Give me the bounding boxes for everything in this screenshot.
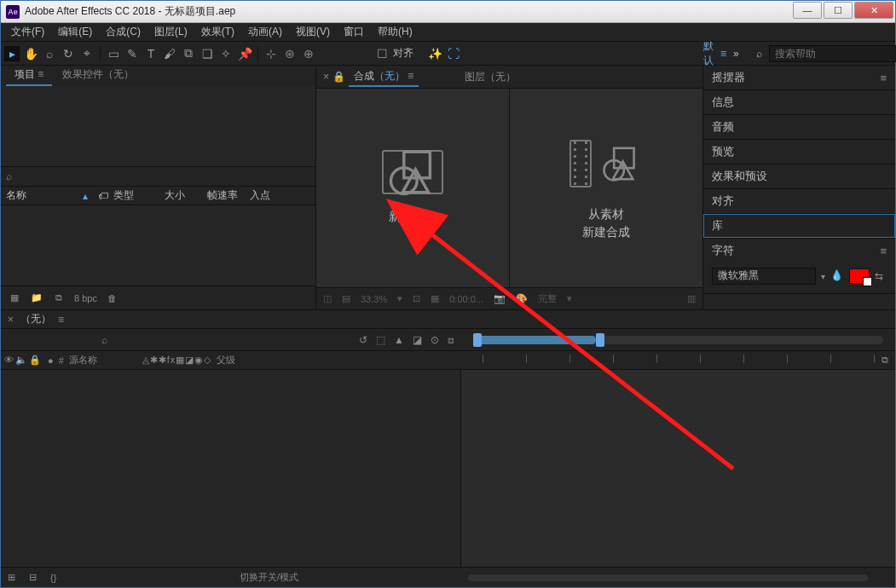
- roto-tool-icon[interactable]: ✧: [218, 46, 234, 61]
- project-search[interactable]: ⌕: [1, 166, 315, 187]
- swap-colors-icon[interactable]: ⇆: [875, 270, 887, 282]
- resolution[interactable]: 完整: [538, 292, 557, 305]
- tl-tool-6-icon[interactable]: ⧈: [448, 334, 454, 346]
- maximize-button[interactable]: ☐: [824, 2, 853, 19]
- menu-layer[interactable]: 图层(L): [147, 25, 194, 39]
- col-fps[interactable]: 帧速率: [202, 188, 245, 203]
- menu-view[interactable]: 视图(V): [289, 25, 337, 39]
- menu-comp[interactable]: 合成(C): [99, 25, 147, 39]
- world-axis-icon[interactable]: ⊛: [282, 46, 298, 61]
- interpret-footage-icon[interactable]: ▦: [8, 292, 21, 304]
- av-features-icons[interactable]: 👁🔈🔒: [4, 355, 43, 366]
- tab-project[interactable]: 项目 ≡: [6, 65, 52, 86]
- hand-tool-icon[interactable]: ✋: [23, 46, 38, 61]
- panel-effects-presets[interactable]: 效果和预设: [703, 164, 895, 188]
- toggle-transparency-icon[interactable]: ◫: [323, 293, 332, 304]
- panel-wiggler[interactable]: 摇摆器≡: [703, 66, 895, 89]
- col-size[interactable]: 大小: [159, 188, 202, 203]
- lock-icon[interactable]: 🔒: [332, 71, 345, 83]
- snap-checkbox[interactable]: ☐: [374, 46, 390, 61]
- panel-preview[interactable]: 预览: [703, 140, 895, 164]
- timeline-close-icon[interactable]: ×: [8, 314, 14, 326]
- eraser-tool-icon[interactable]: ❏: [199, 46, 215, 61]
- workspace-menu-icon[interactable]: ≡: [720, 48, 726, 60]
- project-list[interactable]: [1, 205, 315, 285]
- bpc-label[interactable]: 8 bpc: [74, 293, 97, 303]
- timeline-tab[interactable]: （无）: [20, 312, 51, 326]
- orbit-tool-icon[interactable]: ↻: [61, 46, 76, 61]
- font-family-select[interactable]: 微软雅黑: [712, 268, 816, 285]
- panel-align[interactable]: 对齐: [703, 189, 895, 213]
- search-glass-icon[interactable]: ⌕: [756, 48, 762, 60]
- tab-layer[interactable]: 图层（无）: [460, 68, 521, 86]
- local-axis-icon[interactable]: ⊹: [263, 46, 279, 61]
- zoom-level[interactable]: 33.3%: [361, 294, 387, 304]
- chevron-down-icon[interactable]: ▾: [567, 293, 572, 304]
- grid-icon[interactable]: ▦: [431, 293, 439, 304]
- zoom-tool-icon[interactable]: ⌕: [42, 46, 57, 61]
- time-ruler[interactable]: [461, 351, 895, 369]
- puppet-tool-icon[interactable]: 📌: [237, 46, 252, 61]
- camera-tool-icon[interactable]: ⌖: [79, 46, 95, 61]
- new-composition-button[interactable]: 新建合成: [316, 89, 509, 287]
- new-comp-icon[interactable]: ⧉: [52, 292, 66, 304]
- tl-tool-3-icon[interactable]: ▲: [394, 334, 404, 346]
- clone-tool-icon[interactable]: ⧉: [181, 46, 196, 61]
- sort-icon[interactable]: ▴: [78, 190, 93, 202]
- trash-icon[interactable]: 🗑: [106, 292, 119, 304]
- panel-close-icon[interactable]: ×: [323, 71, 329, 83]
- col-in[interactable]: 入点: [245, 188, 279, 203]
- menu-effect[interactable]: 效果(T): [194, 25, 241, 39]
- toggle-modes-icon[interactable]: ⊟: [29, 572, 37, 583]
- selection-tool-icon[interactable]: ▸: [4, 46, 20, 61]
- toggle-in-out-icon[interactable]: {}: [50, 573, 56, 583]
- menu-window[interactable]: 窗口: [337, 25, 371, 39]
- chevron-down-icon[interactable]: ▾: [397, 293, 402, 304]
- tab-composition[interactable]: 合成（无） ≡: [349, 67, 419, 87]
- tab-effect-controls[interactable]: 效果控件（无）: [54, 65, 142, 86]
- tl-tool-4-icon[interactable]: ◪: [413, 334, 422, 346]
- col-name[interactable]: 名称: [1, 188, 78, 203]
- menu-edit[interactable]: 编辑(E): [51, 25, 99, 39]
- close-button[interactable]: ✕: [854, 2, 893, 19]
- pen-tool-icon[interactable]: ✎: [124, 46, 140, 61]
- panel-character[interactable]: 字符≡: [703, 239, 895, 262]
- tl-tool-5-icon[interactable]: ⊙: [431, 334, 439, 346]
- zoom-slider[interactable]: [468, 574, 868, 581]
- brush-tool-icon[interactable]: 🖌: [162, 46, 177, 61]
- tl-tool-2-icon[interactable]: ⬚: [376, 334, 385, 346]
- 3d-view-icon[interactable]: 🎨: [516, 293, 528, 304]
- work-area-slider[interactable]: [473, 336, 883, 344]
- tag-icon[interactable]: 🏷: [93, 190, 108, 202]
- help-search-input[interactable]: [769, 45, 896, 62]
- layer-list[interactable]: [1, 370, 461, 567]
- comp-mini-icon[interactable]: ⧉: [882, 355, 888, 366]
- menu-help[interactable]: 帮助(H): [371, 25, 419, 39]
- panel-audio[interactable]: 音频: [703, 115, 895, 139]
- workspace-more-icon[interactable]: »: [733, 48, 739, 60]
- panel-info[interactable]: 信息: [703, 90, 895, 114]
- label-icon[interactable]: ●: [48, 355, 54, 366]
- workspace-label[interactable]: 默认: [703, 39, 714, 68]
- menu-file[interactable]: 文件(F): [4, 25, 51, 39]
- new-folder-icon[interactable]: 📁: [30, 292, 43, 304]
- timeline-graph[interactable]: [461, 370, 895, 567]
- col-type[interactable]: 类型: [108, 188, 159, 203]
- res-half-icon[interactable]: ⊡: [413, 293, 420, 304]
- eyedropper-icon[interactable]: 💧: [830, 269, 844, 283]
- timecode[interactable]: 0:00:0...: [449, 294, 483, 304]
- col-parent[interactable]: 父级: [217, 354, 259, 366]
- new-comp-from-footage-button[interactable]: 从素材 新建合成: [509, 89, 702, 287]
- menu-anim[interactable]: 动画(A): [241, 25, 289, 39]
- toggle-switches-icon[interactable]: ⊞: [8, 572, 15, 583]
- chevron-down-icon[interactable]: ▾: [821, 272, 825, 281]
- fill-color-swatch[interactable]: [849, 268, 870, 284]
- switches-header-icons[interactable]: ◬✱✱fx▦◪◉◇: [142, 355, 212, 366]
- camera-icon[interactable]: 📷: [494, 293, 506, 304]
- view-axis-icon[interactable]: ⊕: [301, 46, 316, 61]
- panel-library[interactable]: 库: [703, 214, 895, 238]
- timeline-search-icon[interactable]: ⌕: [101, 334, 107, 346]
- rect-tool-icon[interactable]: ▭: [106, 46, 121, 61]
- tl-tool-1-icon[interactable]: ↺: [359, 334, 367, 346]
- magic-wand-icon[interactable]: ✨: [427, 46, 442, 61]
